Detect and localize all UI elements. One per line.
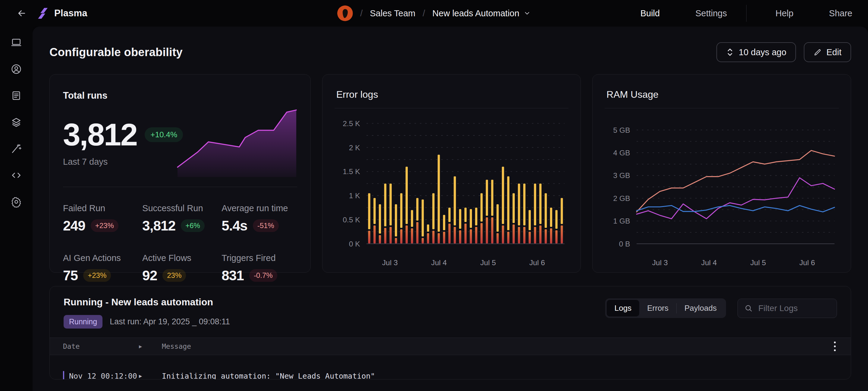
nav-divider [746, 5, 747, 22]
stat-triggers-fired: Triggers Fired 831 -0.7% [221, 253, 297, 284]
play-icon[interactable]: ▶ [139, 373, 162, 379]
stat-successful-run: Successful Run 3,812 +6% [142, 203, 221, 234]
avatar-image [337, 5, 353, 21]
svg-text:Jul 3: Jul 3 [652, 258, 668, 267]
svg-text:Jul 5: Jul 5 [480, 258, 496, 267]
avatar[interactable] [337, 5, 353, 21]
sidebar-item-ai-tools[interactable] [10, 142, 23, 155]
sidebar [0, 27, 33, 391]
total-runs-sparkline [177, 101, 297, 178]
sidebar-item-docs[interactable] [10, 89, 23, 102]
svg-text:Jul 3: Jul 3 [382, 258, 398, 267]
ram-usage-title: RAM Usage [604, 85, 839, 108]
filter-logs-input[interactable] [758, 304, 830, 313]
log-rows: Nov 12 00:12:00 ▶ Initializing automatio… [50, 355, 851, 380]
stat-delta-badge: +23% [91, 219, 119, 232]
user-circle-icon [10, 63, 22, 75]
sidebar-item-account[interactable] [10, 63, 23, 76]
laptop-icon [10, 37, 22, 48]
stat-delta-badge: 23% [162, 269, 186, 282]
arrow-left-icon [17, 8, 27, 19]
gear-icon [10, 196, 22, 207]
nav-help[interactable]: Help [775, 8, 794, 19]
svg-text:5 GB: 5 GB [613, 126, 630, 134]
document-icon [10, 90, 22, 101]
back-button[interactable] [16, 7, 28, 19]
search-icon [744, 304, 753, 312]
tab-logs[interactable]: Logs [607, 300, 639, 316]
breadcrumb: / Sales Team / New leads Automation [337, 0, 531, 27]
log-row[interactable]: Nov 12 00:12:00 ▶ Initializing automatio… [63, 370, 838, 380]
table-menu-button[interactable] [832, 340, 838, 353]
svg-text:1 GB: 1 GB [613, 217, 630, 225]
total-runs-title: Total runs [63, 90, 297, 101]
sidebar-item-code[interactable] [10, 169, 23, 181]
stat-delta-badge: -51% [253, 219, 279, 232]
svg-text:Jul 4: Jul 4 [701, 258, 717, 267]
tab-payloads[interactable]: Payloads [677, 300, 724, 316]
svg-text:1 K: 1 K [349, 192, 360, 200]
page-title: Configurable oberability [50, 46, 183, 59]
stats-grid: Failed Run 249 +23% Successful Run 3,812… [63, 203, 297, 284]
sidebar-item-settings[interactable] [10, 196, 23, 208]
error-logs-title: Error logs [335, 85, 569, 108]
svg-text:Jul 6: Jul 6 [800, 258, 815, 267]
error-logs-card: Error logs 0 K0.5 K1 K1.5 K2 K2.5 KJul 3… [322, 74, 581, 273]
stat-delta-badge: +23% [83, 269, 111, 282]
edit-button[interactable]: Edit [804, 42, 851, 62]
stat-average-run-time: Average run time 5.4s -51% [221, 203, 297, 234]
log-tabs: Logs Errors Payloads [605, 298, 726, 318]
breadcrumb-separator: / [360, 8, 363, 19]
column-message[interactable]: Message [162, 342, 832, 350]
svg-text:0 K: 0 K [349, 240, 360, 248]
run-log-panel: Running - New leads automation Running L… [50, 286, 851, 380]
stat-failed-run: Failed Run 249 +23% [63, 203, 142, 234]
play-icon: ▶ [139, 343, 162, 350]
chevron-down-icon [524, 10, 531, 17]
sidebar-item-layers[interactable] [10, 116, 23, 129]
total-runs-value: 3,812 [63, 117, 137, 153]
time-range-button[interactable]: 10 days ago [716, 42, 796, 62]
nav-settings[interactable]: Settings [695, 8, 727, 19]
breadcrumb-automation[interactable]: New leads Automation [433, 8, 531, 19]
topbar: Plasma / Sales Team / New leads Automati… [0, 0, 868, 27]
svg-text:Jul 5: Jul 5 [750, 258, 766, 267]
nav-share[interactable]: Share [829, 8, 852, 19]
code-icon [10, 170, 22, 181]
svg-text:2 GB: 2 GB [613, 194, 630, 202]
breadcrumb-team[interactable]: Sales Team [370, 8, 415, 19]
svg-text:3 GB: 3 GB [613, 171, 630, 179]
nav-build[interactable]: Build [641, 8, 660, 19]
total-runs-card: Total runs 3,812 +10.4% Last 7 days Fail… [50, 74, 311, 273]
svg-text:0.5 K: 0.5 K [343, 216, 360, 224]
stat-delta-badge: +6% [181, 219, 205, 232]
tab-errors[interactable]: Errors [639, 300, 676, 316]
pencil-icon [813, 48, 822, 56]
brand[interactable]: Plasma [36, 7, 87, 20]
svg-text:Jul 4: Jul 4 [431, 258, 447, 267]
svg-text:1.5 K: 1.5 K [343, 167, 360, 175]
stat-ai-gen-actions: AI Gen Actions 75 +23% [63, 253, 142, 284]
status-badge: Running [64, 315, 102, 329]
svg-text:2 K: 2 K [349, 144, 360, 152]
error-logs-chart: 0 K0.5 K1 K1.5 K2 K2.5 KJul 3Jul 4Jul 5J… [335, 108, 569, 271]
plasma-logo-icon [36, 7, 50, 20]
wand-sparkles-icon [10, 143, 22, 155]
ram-usage-card: RAM Usage 0 B1 GB2 GB3 GB4 GB5 GBJul 3Ju… [592, 74, 851, 273]
filter-logs-search[interactable] [738, 299, 837, 318]
svg-text:4 GB: 4 GB [613, 149, 630, 157]
ram-usage-chart: 0 B1 GB2 GB3 GB4 GB5 GBJul 3Jul 4Jul 5Ju… [604, 108, 839, 271]
stat-active-flows: Active Flows 92 23% [142, 253, 221, 284]
svg-text:Jul 6: Jul 6 [529, 258, 545, 267]
svg-text:2.5 K: 2.5 K [343, 119, 360, 128]
stat-delta-badge: -0.7% [249, 269, 277, 282]
sidebar-item-workspace[interactable] [10, 36, 23, 49]
run-title: Running - New leads automation [64, 297, 230, 308]
column-date[interactable]: Date [63, 342, 139, 350]
last-run-timestamp: Last run: Apr 19, 2025 _ 09:08:11 [110, 317, 230, 327]
brand-name: Plasma [54, 8, 87, 19]
topnav-links: Build Settings Help Share [641, 5, 852, 22]
breadcrumb-separator: / [423, 8, 425, 19]
svg-text:0 B: 0 B [619, 240, 630, 248]
row-accent-bar [63, 371, 64, 380]
